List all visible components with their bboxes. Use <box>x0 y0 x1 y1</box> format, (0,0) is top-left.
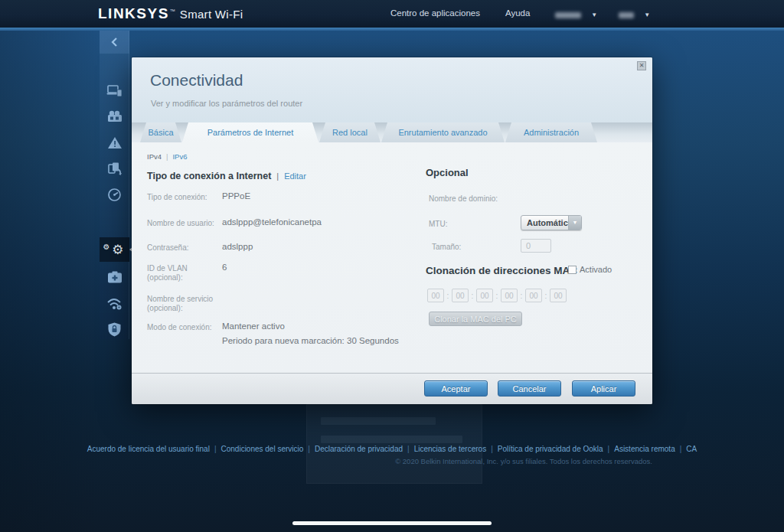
footer-link-ca[interactable]: CA <box>686 445 697 453</box>
nav-help[interactable]: Ayuda <box>505 8 530 18</box>
ipv4-toggle[interactable]: IPv4 <box>147 152 162 161</box>
separator: | <box>680 445 682 453</box>
tab-parametros-de-internet[interactable]: Parámetros de Internet <box>182 122 318 142</box>
separator: | <box>308 445 310 453</box>
parental-controls-icon <box>107 110 122 122</box>
field-label-connection-mode: Modo de conexión: <box>147 323 224 332</box>
mac-octet-input[interactable] <box>550 289 567 302</box>
footer-link-third-party[interactable]: Licencias de terceros <box>414 445 487 453</box>
footer-link-privacy[interactable]: Declaración de privacidad <box>315 445 403 453</box>
separator: | <box>491 445 493 453</box>
mac-colon: : <box>469 292 476 300</box>
mtu-dropdown[interactable]: Automático ▼ <box>521 215 582 230</box>
field-value-connection-mode: Mantener activo <box>222 321 285 331</box>
sidebar-item-speedometer[interactable] <box>100 182 129 207</box>
nav-app-center[interactable]: Centro de aplicaciones <box>390 8 480 18</box>
field-label-vlan-id: ID de VLAN (opcional): <box>147 264 224 282</box>
mac-clone-checkbox-label: Activado <box>580 265 612 274</box>
mac-clone-checkbox[interactable] <box>568 266 577 274</box>
footer-links: Acuerdo de licencia del usuario final|Co… <box>0 445 784 453</box>
field-value-username: adslppp@telefonicanetpa <box>222 217 322 227</box>
mac-colon: : <box>493 292 501 300</box>
size-input[interactable] <box>521 239 551 253</box>
trademark-symbol: ™ <box>170 8 175 14</box>
caret-down-icon: ▼ <box>644 11 650 18</box>
dropdown-arrow-icon: ▼ <box>568 216 581 230</box>
ipv6-toggle[interactable]: IPv6 <box>172 152 187 161</box>
sidebar-item-troubleshooting[interactable] <box>100 265 129 289</box>
field-value-password: adslppp <box>222 242 253 251</box>
sidebar-collapse-button[interactable] <box>100 31 129 54</box>
settings-gears-icon: ⚙⚙ <box>105 243 123 256</box>
sidebar-item-devices[interactable] <box>100 78 129 103</box>
accent-divider <box>0 28 784 31</box>
speed-test-icon <box>107 162 122 175</box>
dialog-header: Conectividad Ver y modificar los parámet… <box>132 57 652 122</box>
redial-period-note: Periodo para nueva marcación: 30 Segundo… <box>222 336 399 345</box>
edit-link[interactable]: Editar <box>284 171 306 181</box>
sidebar-item-wireless[interactable] <box>100 291 129 315</box>
mac-octet-input[interactable] <box>427 289 444 302</box>
tab-enrutamiento-avanzado[interactable]: Enrutamiento avanzado <box>381 122 505 142</box>
language-redacted <box>619 12 634 18</box>
field-value-vlan-id: 6 <box>222 263 227 272</box>
mtu-selected-value: Automático <box>527 218 573 227</box>
language-menu[interactable]: ▼ <box>619 10 650 19</box>
cancel-button[interactable]: Cancelar <box>498 380 561 397</box>
home-indicator-bar[interactable] <box>292 521 492 525</box>
security-shield-icon <box>108 322 121 337</box>
mac-octet-input[interactable] <box>476 289 493 302</box>
troubleshooting-icon <box>107 271 122 283</box>
separator: | <box>214 445 217 453</box>
tab-administracion[interactable]: Administración <box>505 122 597 142</box>
close-icon[interactable]: ✕ <box>637 61 646 70</box>
separator: | <box>407 445 410 453</box>
sidebar: ⚙⚙ <box>100 31 129 339</box>
wireless-icon <box>106 297 123 310</box>
dialog-content: IPv4|IPv6 Tipo de conexión a Internet|Ed… <box>132 142 652 373</box>
mac-octet-input[interactable] <box>452 289 469 302</box>
user-menu[interactable]: ▼ <box>555 10 597 19</box>
copyright-text: © 2020 Belkin International, Inc. y/o su… <box>395 457 652 465</box>
field-label-domain: Nombre de dominio: <box>429 194 498 203</box>
mac-address-inputs: : : : : : <box>427 289 567 302</box>
clone-mac-button[interactable]: Clonar la MAC del PC <box>429 312 522 326</box>
sidebar-item-connectivity-active[interactable]: ⚙⚙ <box>100 237 129 262</box>
separator: | <box>276 171 279 181</box>
speedometer-icon <box>107 188 122 202</box>
brand-name: LINKSYS <box>98 5 169 22</box>
optional-section-title: Opcional <box>426 167 469 178</box>
field-label-username: Nombre de usuario: <box>147 219 224 228</box>
apply-button[interactable]: Aplicar <box>572 380 635 397</box>
screen: LINKSYS ™ Smart Wi-Fi Centro de aplicaci… <box>0 0 784 532</box>
back-chevron-icon <box>109 37 120 47</box>
field-label-connection-type: Tipo de conexión: <box>147 193 224 202</box>
tab-red-local[interactable]: Red local <box>319 122 381 142</box>
sidebar-item-prioritization[interactable] <box>100 130 129 155</box>
tab-basica[interactable]: Básica <box>140 122 181 142</box>
footer-link-remote-assist[interactable]: Asistencia remota <box>614 445 675 453</box>
ip-version-toggle: IPv4|IPv6 <box>147 152 188 161</box>
footer-link-terms[interactable]: Condiciones del servicio <box>221 445 304 453</box>
linksys-logo: LINKSYS ™ Smart Wi-Fi <box>98 5 243 22</box>
ghost-line <box>321 436 462 443</box>
separator: | <box>608 445 610 453</box>
user-name-redacted <box>555 12 581 18</box>
brand-product: Smart Wi-Fi <box>180 8 243 21</box>
sidebar-item-parental-controls[interactable] <box>100 104 129 129</box>
mac-octet-input[interactable] <box>525 289 542 302</box>
sidebar-item-speed-test[interactable] <box>100 156 129 181</box>
footer-link-ookla-privacy[interactable]: Política de privacidad de Ookla <box>498 445 603 453</box>
footer-link-eula[interactable]: Acuerdo de licencia del usuario final <box>87 445 210 453</box>
mac-octet-input[interactable] <box>501 289 518 302</box>
sidebar-item-security[interactable] <box>100 317 129 341</box>
ghost-panel <box>306 404 482 484</box>
dialog-footer: Aceptar Cancelar Aplicar <box>132 373 652 404</box>
ok-button[interactable]: Aceptar <box>424 380 488 397</box>
field-value-connection-type: PPPoE <box>222 191 250 201</box>
mac-colon: : <box>518 292 525 300</box>
connection-section-title: Tipo de conexión a Internet <box>147 171 271 181</box>
connectivity-dialog: Conectividad Ver y modificar los parámet… <box>132 57 652 404</box>
field-label-password: Contraseña: <box>147 243 224 253</box>
top-bar: LINKSYS ™ Smart Wi-Fi Centro de aplicaci… <box>0 0 784 28</box>
